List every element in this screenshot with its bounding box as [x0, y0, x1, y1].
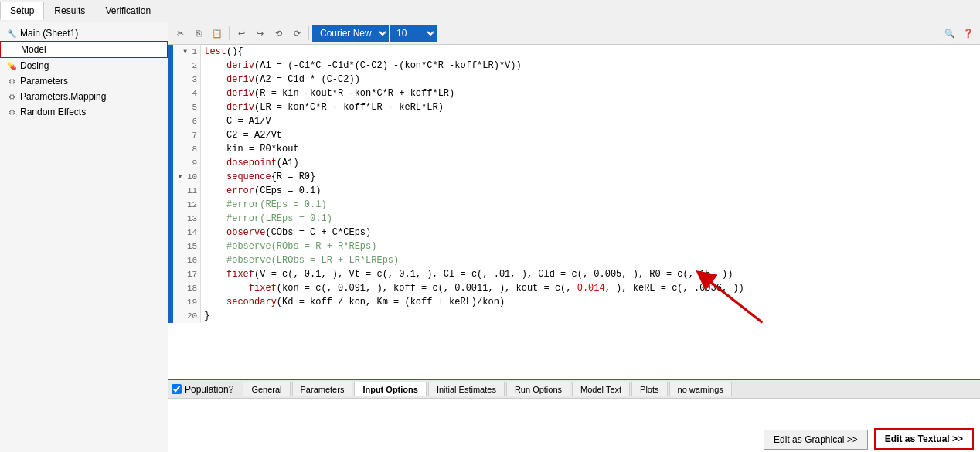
line-num-17: 17 — [176, 267, 197, 281]
dosing-icon: 💊 — [6, 60, 17, 71]
code-line-1: test(){ — [204, 45, 977, 59]
code-line-17: fixef(V = c(, 0.1, ), Vt = c(, 0.1, ), C… — [204, 267, 977, 281]
search-button[interactable]: 🔍 — [941, 25, 958, 42]
code-line-12: #error(REps = 0.1) — [204, 198, 977, 212]
code-line-4: deriv(R = kin -kout*R -kon*C*R + koff*LR… — [204, 87, 977, 100]
menu-results[interactable]: Results — [44, 2, 95, 20]
sep2 — [308, 26, 309, 40]
main-sheet1-icon: 🔧 — [6, 28, 17, 39]
font-size-select[interactable]: 10 12 14 — [390, 25, 437, 42]
sidebar-item-label: Main (Sheet1) — [20, 28, 78, 39]
sidebar-item-label: Random Effects — [20, 107, 86, 117]
code-line-3: deriv(A2 = C1d * (C-C2)) — [204, 73, 977, 87]
sidebar-item-label: Parameters — [20, 76, 68, 87]
editor-area: ✂ ⎘ 📋 ↩ ↪ ⟲ ⟳ Courier New 10 12 14 🔍 ❓ — [168, 22, 980, 452]
bottom-tabs: Population? General Parameters Input Opt… — [168, 380, 980, 399]
sidebar-item-label: Parameters.Mapping — [20, 91, 106, 102]
sidebar-item-parameters-mapping[interactable]: ⚙ Parameters.Mapping — [0, 89, 168, 104]
code-lines[interactable]: test(){ deriv(A1 = (-C1*C -C1d*(C-C2) -(… — [201, 45, 980, 323]
menu-setup[interactable]: Setup — [0, 2, 44, 20]
tab-general[interactable]: General — [243, 382, 290, 396]
code-line-19: secondary(Kd = koff / kon, Km = (koff + … — [204, 295, 977, 309]
line-num-19: 19 — [176, 295, 197, 309]
tab-input-options[interactable]: Input Options — [354, 382, 426, 396]
redo-button[interactable]: ⟳ — [288, 25, 305, 42]
code-line-10: sequence{R = R0} — [204, 170, 977, 184]
line-num-15: 15 — [176, 240, 197, 253]
population-checkbox[interactable] — [172, 384, 182, 394]
bottom-panel: Population? General Parameters Input Opt… — [168, 379, 980, 452]
code-line-8: kin = R0*kout — [204, 142, 977, 156]
line-num-9: 9 — [176, 156, 197, 170]
menu-bar: Setup Results Verification — [0, 0, 980, 22]
copy-button[interactable]: ⎘ — [190, 25, 207, 42]
code-line-16: #observe(LRObs = LR + LR*LREps) — [204, 253, 977, 267]
line-num-8: 8 — [176, 142, 197, 156]
line-numbers: ▼1 2 3 4 5 6 7 8 9 ▼10 11 12 13 14 15 16 — [173, 45, 201, 323]
redo-back-button[interactable]: ↪ — [251, 25, 268, 42]
undo-button[interactable]: ⟲ — [270, 25, 287, 42]
tab-model-text[interactable]: Model Text — [572, 382, 630, 396]
cut-button[interactable]: ✂ — [172, 25, 189, 42]
sidebar-item-label: Dosing — [20, 60, 49, 71]
code-line-2: deriv(A1 = (-C1*C -C1d*(C-C2) -(kon*C*R … — [204, 59, 977, 73]
undo-back-button[interactable]: ↩ — [233, 25, 250, 42]
line-num-2: 2 — [176, 59, 197, 73]
help-button[interactable]: ❓ — [960, 25, 977, 42]
line-num-13: 13 — [176, 212, 197, 226]
code-content: ▼1 2 3 4 5 6 7 8 9 ▼10 11 12 13 14 15 16 — [168, 45, 980, 323]
line-num-10: ▼10 — [176, 170, 197, 184]
population-check: Population? — [172, 384, 233, 395]
sep1 — [229, 26, 230, 40]
sidebar: 🔧 Main (Sheet1) Model 💊 Dosing ⚙ Paramet… — [0, 22, 168, 452]
code-line-5: deriv(LR = kon*C*R - koff*LR - keRL*LR) — [204, 100, 977, 114]
code-line-18: fixef(kon = c(, 0.091, ), koff = c(, 0.0… — [204, 281, 977, 295]
tab-initial-estimates[interactable]: Initial Estimates — [428, 382, 505, 396]
tab-parameters[interactable]: Parameters — [292, 382, 353, 396]
code-line-15: #observe(RObs = R + R*REps) — [204, 240, 977, 253]
parameters-icon: ⚙ — [6, 76, 17, 87]
sidebar-item-main-sheet1[interactable]: 🔧 Main (Sheet1) — [0, 25, 168, 41]
line-num-3: 3 — [176, 73, 197, 87]
line-num-16: 16 — [176, 253, 197, 267]
bottom-content: Edit as Graphical >> Edit as Textual >> — [168, 399, 980, 452]
random-effects-icon: ⚙ — [6, 107, 17, 117]
line-num-20: 20 — [176, 309, 197, 323]
code-line-7: C2 = A2/Vt — [204, 128, 977, 142]
line-num-11: 11 — [176, 184, 197, 198]
main-layout: 🔧 Main (Sheet1) Model 💊 Dosing ⚙ Paramet… — [0, 22, 980, 452]
line-num-14: 14 — [176, 226, 197, 240]
code-line-13: #error(LREps = 0.1) — [204, 212, 977, 226]
paste-button[interactable]: 📋 — [209, 25, 226, 42]
line-num-12: 12 — [176, 198, 197, 212]
code-line-20: } — [204, 309, 977, 323]
tab-no-warnings[interactable]: no warnings — [669, 382, 732, 396]
code-line-6: C = A1/V — [204, 114, 977, 128]
sidebar-item-label: Model — [21, 44, 46, 55]
code-line-14: observe(CObs = C + C*CEps) — [204, 226, 977, 240]
line-num-18: 18 — [176, 281, 197, 295]
tab-run-options[interactable]: Run Options — [506, 382, 570, 396]
line-num-6: 6 — [176, 114, 197, 128]
tab-plots[interactable]: Plots — [631, 382, 667, 396]
line-num-4: 4 — [176, 87, 197, 100]
code-editor[interactable]: ▼1 2 3 4 5 6 7 8 9 ▼10 11 12 13 14 15 16 — [168, 45, 980, 379]
sidebar-item-dosing[interactable]: 💊 Dosing — [0, 58, 168, 73]
code-line-9: dosepoint(A1) — [204, 156, 977, 170]
editor-toolbar: ✂ ⎘ 📋 ↩ ↪ ⟲ ⟳ Courier New 10 12 14 🔍 ❓ — [168, 22, 980, 45]
line-num-5: 5 — [176, 100, 197, 114]
font-select[interactable]: Courier New — [312, 25, 389, 42]
edit-graphical-button[interactable]: Edit as Graphical >> — [764, 430, 868, 450]
sidebar-item-model[interactable]: Model — [0, 41, 168, 58]
menu-verification[interactable]: Verification — [95, 2, 161, 20]
code-line-11: error(CEps = 0.1) — [204, 184, 977, 198]
line-num-1: ▼1 — [176, 45, 197, 59]
sidebar-item-parameters[interactable]: ⚙ Parameters — [0, 73, 168, 89]
sidebar-item-random-effects[interactable]: ⚙ Random Effects — [0, 104, 168, 120]
parameters-mapping-icon: ⚙ — [6, 91, 17, 102]
edit-textual-button[interactable]: Edit as Textual >> — [874, 428, 974, 450]
line-num-7: 7 — [176, 128, 197, 142]
population-label: Population? — [185, 384, 233, 395]
model-icon — [7, 44, 18, 55]
